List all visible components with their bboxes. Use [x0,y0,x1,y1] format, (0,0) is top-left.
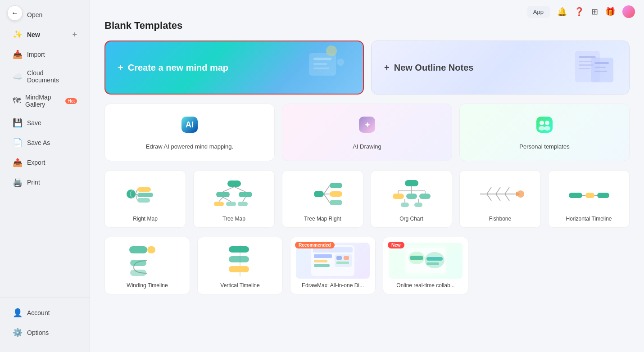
main-content: Blank Templates + Create a new mind map [90,0,644,352]
outline-notes-banner[interactable]: + New Outline Notes [371,41,630,95]
svg-line-68 [505,187,509,194]
export-icon: 📤 [13,158,23,167]
template-card-right-map[interactable]: Right Map [104,170,186,228]
winding-timeline-thumb [110,243,184,279]
sidebar-label-options: Options [27,329,49,336]
template-grid-row2: Winding Timeline Vertical Timeline Recom… [104,237,630,294]
sidebar-item-print[interactable]: 🖨️ Print [4,173,86,192]
sidebar-label-print: Print [27,179,40,186]
svg-rect-77 [129,246,147,253]
save-icon: 💾 [13,118,23,128]
sidebar-item-export[interactable]: 📤 Export [4,153,86,172]
help-icon[interactable]: ❓ [574,7,584,17]
mindmap-gallery-icon: 🗺 [13,96,21,106]
svg-rect-3 [313,68,329,69]
svg-line-38 [223,187,234,192]
print-icon: 🖨️ [13,177,23,187]
right-map-thumb [110,176,180,212]
sidebar-item-options[interactable]: ⚙️ Options [4,323,86,342]
create-deco [295,44,349,91]
fishbone-thumb [465,176,535,212]
svg-line-42 [243,197,245,202]
svg-rect-19 [536,117,553,133]
svg-point-5 [337,59,344,66]
template-card-winding-timeline[interactable]: Winding Timeline [104,237,190,294]
sidebar-item-account[interactable]: 👤 Account [4,303,86,322]
svg-rect-60 [414,203,422,207]
svg-line-67 [496,187,500,194]
back-arrow-icon: ← [11,9,18,17]
cloud-icon: ☁️ [13,72,23,81]
recommended-badge: Recommended [295,242,335,248]
horizontal-timeline-thumb [554,176,624,212]
edrawmax-name: EdrawMax: All-in-one Di... [302,282,364,289]
svg-rect-99 [426,257,443,261]
template-card-edrawmax[interactable]: Recommended EdrawMax: All-in-one Di [290,237,376,294]
grid-icon[interactable]: ⊞ [591,7,598,17]
sidebar-label-import: Import [27,51,45,58]
outline-notes-label: + New Outline Notes [384,63,473,73]
svg-point-24 [127,190,136,199]
svg-rect-84 [229,266,249,272]
notification-icon[interactable]: 🔔 [557,7,567,17]
new-plus-button[interactable]: + [72,30,77,40]
svg-line-66 [487,187,491,194]
svg-point-21 [545,121,549,125]
ai-mind-icon: AI [180,115,200,139]
new-icon: ✨ [13,30,23,40]
svg-point-22 [539,126,545,131]
sidebar-item-mindmap-gallery[interactable]: 🗺 MindMap Gallery Hot [4,89,86,113]
tree-map-thumb [199,176,269,212]
svg-rect-25 [137,187,151,192]
svg-line-69 [487,194,491,201]
avatar[interactable] [622,5,635,18]
sidebar-label-export: Export [27,159,45,166]
svg-text:✦: ✦ [364,121,371,129]
svg-rect-91 [336,256,342,260]
sidebar-item-cloud[interactable]: ☁️ Cloud Documents [4,65,86,88]
app-button[interactable]: App [527,6,550,18]
svg-rect-82 [229,246,249,253]
horizontal-timeline-name: Horizontal Timeline [566,216,612,222]
svg-rect-92 [344,256,349,260]
svg-rect-50 [405,180,418,186]
svg-rect-59 [401,203,409,207]
svg-rect-52 [406,194,417,199]
sidebar-item-save-as[interactable]: 📄 Save As [4,133,86,152]
create-mindmap-banner[interactable]: + Create a new mind map [104,41,364,95]
template-card-fishbone[interactable]: Fishbone [459,170,541,228]
svg-line-49 [324,194,330,203]
svg-rect-87 [314,254,332,258]
right-map-name: Right Map [133,216,158,222]
feature-card-ai-drawing[interactable]: ✦ AI Drawing [282,104,452,161]
outline-deco [566,46,620,89]
feature-card-personal[interactable]: Personal templates [459,104,630,161]
svg-line-40 [219,197,223,202]
sidebar-label-new: New [27,31,40,38]
svg-rect-80 [130,270,146,276]
svg-rect-14 [594,71,607,72]
feature-card-ai-mind[interactable]: AI Edraw AI powered mind mapping. [104,104,275,161]
svg-point-65 [517,190,524,198]
svg-rect-78 [147,246,155,253]
sidebar-label-cloud: Cloud Documents [27,69,77,84]
template-card-horizontal-timeline[interactable]: Horizontal Timeline [548,170,630,228]
svg-rect-8 [579,61,592,62]
sidebar-item-import[interactable]: 📥 Import [4,45,86,64]
template-card-online-collab[interactable]: New Online real-time collab... [383,237,468,294]
sidebar-item-save[interactable]: 💾 Save [4,113,86,132]
back-button[interactable]: ← [7,5,23,21]
sidebar-item-new[interactable]: ✨ New + [4,25,86,44]
template-card-tree-map-right[interactable]: Tree Map Right [282,170,363,228]
new-badge: New [388,242,404,248]
template-card-vertical-timeline[interactable]: Vertical Timeline [197,237,283,294]
account-icon: 👤 [13,308,23,318]
svg-rect-79 [130,260,146,266]
svg-rect-88 [314,260,327,262]
template-card-org-chart[interactable]: Org Chart [371,170,452,228]
tree-map-right-name: Tree Map Right [304,216,341,222]
gift-icon[interactable]: 🎁 [605,7,615,17]
tree-map-right-thumb [288,176,358,212]
template-card-tree-map[interactable]: Tree Map [193,170,275,228]
svg-rect-44 [330,183,342,188]
